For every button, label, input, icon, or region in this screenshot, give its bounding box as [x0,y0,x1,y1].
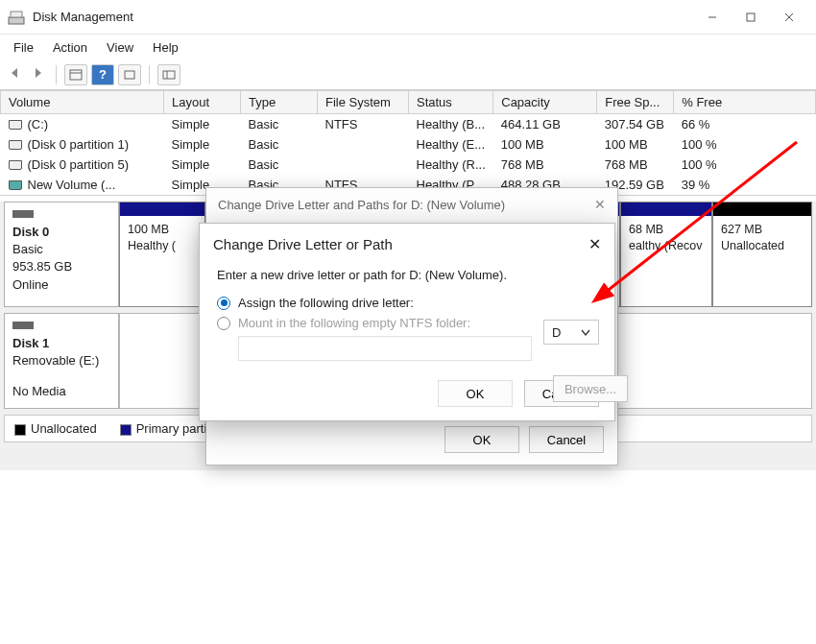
vol-capacity: 768 MB [493,155,597,175]
col-fs[interactable]: File System [318,91,409,114]
vol-pct: 100 % [674,155,816,175]
dialog-title: Change Drive Letter or Path [213,236,393,252]
ok-button[interactable]: OK [438,380,513,407]
partition-size: 68 MB [629,222,704,238]
chevron-down-icon [581,325,590,340]
disk-1-header[interactable]: Disk 1 Removable (E:) No Media [4,313,119,409]
svg-rect-3 [747,13,755,21]
browse-button: Browse... [553,375,628,402]
disk-1-name: Disk 1 [12,335,110,352]
back-dialog-close-icon[interactable]: ✕ [594,197,606,212]
svg-rect-6 [70,70,82,80]
table-row[interactable]: (C:)SimpleBasicNTFSHealthy (B...464.11 G… [1,114,816,135]
svg-rect-9 [163,71,175,79]
partition-bar [621,203,711,216]
vol-type: Basic [241,134,318,155]
col-capacity[interactable]: Capacity [493,91,597,114]
menu-help[interactable]: Help [143,36,188,59]
vol-fs [318,134,409,155]
partition-status: Unallocated [721,238,804,254]
partition-status: ealthy (Recov [629,238,704,254]
drive-icon [9,160,22,170]
col-pct[interactable]: % Free [674,91,816,114]
vol-free: 768 MB [597,155,674,175]
vol-layout: Simple [164,134,241,155]
back-icon[interactable] [6,64,25,84]
radio-assign-letter[interactable] [217,297,230,310]
legend-unallocated: Unallocated [31,421,97,436]
disk-1-kind: Removable (E:) [12,352,110,370]
label-assign-letter: Assign the following drive letter: [238,296,414,310]
back-cancel-button[interactable]: Cancel [529,426,604,453]
partition[interactable]: 100 MBHealthy ( [119,202,205,307]
disk-0-state: Online [12,276,110,294]
disk-icon [12,210,34,218]
disk-0-header[interactable]: Disk 0 Basic 953.85 GB Online [4,202,119,307]
col-volume[interactable]: Volume [1,91,164,114]
table-row[interactable]: (Disk 0 partition 1)SimpleBasicHealthy (… [1,134,816,155]
partition-size: 100 MB [128,222,197,238]
dialog-close-icon[interactable]: ✕ [588,235,601,253]
partition[interactable]: 627 MBUnallocated [712,202,812,307]
label-mount-folder: Mount in the following empty NTFS folder… [238,316,470,330]
svg-rect-1 [11,12,22,17]
col-free[interactable]: Free Sp... [597,91,674,114]
col-layout[interactable]: Layout [164,91,241,114]
disk-1-state: No Media [12,383,110,400]
legend-swatch-primary [120,424,132,436]
toolbar-btn-4[interactable] [157,64,180,85]
app-icon [8,9,25,26]
window-title: Disk Management [33,10,693,24]
partition[interactable]: 68 MBealthy (Recov [620,202,712,307]
disk-0-name: Disk 0 [12,224,110,241]
disk-0-kind: Basic [12,241,110,258]
svg-rect-8 [125,71,134,79]
col-status[interactable]: Status [409,91,493,114]
minimize-button[interactable] [693,4,732,31]
title-bar: Disk Management [0,0,816,35]
drive-letter-value: D [552,325,561,340]
volume-table: Volume Layout Type File System Status Ca… [0,90,816,195]
maximize-button[interactable] [732,4,770,31]
vol-pct: 100 % [674,134,816,155]
vol-capacity: 464.11 GB [493,114,597,135]
disk-0-size: 953.85 GB [12,258,110,275]
vol-free: 307.54 GB [597,114,674,135]
legend-swatch-unalloc [14,424,26,436]
drive-icon [9,120,22,130]
help-icon[interactable]: ? [91,64,114,85]
vol-pct: 39 % [674,175,816,195]
vol-name: (Disk 0 partition 5) [28,157,129,172]
menu-file[interactable]: File [4,36,43,59]
menu-view[interactable]: View [97,36,143,59]
toolbar-btn-3[interactable] [118,64,141,85]
change-letter-dialog: Change Drive Letter or Path ✕ Enter a ne… [199,223,615,421]
partition-status: Healthy ( [128,238,197,254]
table-row[interactable]: (Disk 0 partition 5)SimpleBasicHealthy (… [1,155,816,175]
vol-type: Basic [241,155,318,175]
vol-status: Healthy (B... [409,114,493,135]
folder-path-input [238,336,532,361]
forward-icon[interactable] [29,64,48,84]
back-ok-button[interactable]: OK [444,426,519,453]
menu-action[interactable]: Action [43,36,97,59]
partition-bar [120,203,204,216]
disk-icon [12,322,34,329]
drive-letter-select[interactable]: D [543,320,599,345]
vol-pct: 66 % [674,114,816,135]
partition-size: 627 MB [721,222,804,238]
vol-layout: Simple [164,155,241,175]
col-type[interactable]: Type [241,91,318,114]
vol-name: (Disk 0 partition 1) [28,137,129,152]
drive-icon [9,140,22,150]
svg-rect-0 [9,17,24,24]
toolbar-btn-1[interactable] [64,64,87,85]
vol-capacity: 100 MB [493,134,597,155]
radio-mount-folder[interactable] [217,317,230,330]
menu-bar: File Action View Help [0,35,816,60]
vol-status: Healthy (R... [409,155,493,175]
vol-name: New Volume (... [28,178,116,192]
vol-fs: NTFS [318,114,409,135]
close-button[interactable] [770,4,808,31]
partition-bar [713,203,811,216]
